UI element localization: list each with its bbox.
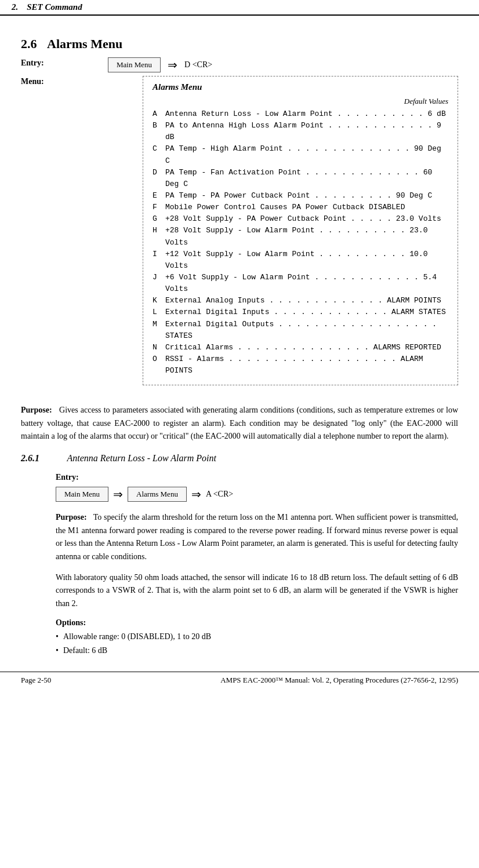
item-text: +28 Volt Supply - Low Alarm Point . . . … bbox=[165, 225, 448, 248]
item-letter: F bbox=[153, 202, 165, 213]
item-letter: N bbox=[153, 342, 165, 353]
item-letter: O bbox=[153, 353, 165, 377]
list-item: Allowable range: 0 (DISABLED), 1 to 20 d… bbox=[56, 630, 458, 644]
list-item: N Critical Alarms . . . . . . . . . . . … bbox=[153, 342, 448, 353]
item-letter: E bbox=[153, 190, 165, 202]
menu-items-list: A Antenna Return Loss - Low Alarm Point … bbox=[153, 108, 448, 377]
list-item: B PA to Antenna High Loss Alarm Point . … bbox=[153, 120, 448, 143]
subsection-entry-command: A <CR> bbox=[206, 490, 233, 499]
item-letter: M bbox=[153, 319, 165, 342]
item-text: Critical Alarms . . . . . . . . . . . . … bbox=[165, 342, 448, 353]
item-letter: K bbox=[153, 295, 165, 307]
manual-title: AMPS EAC-2000™ Manual: Vol. 2, Operating… bbox=[220, 676, 458, 685]
list-item: I +12 Volt Supply - Low Alarm Point . . … bbox=[153, 249, 448, 272]
item-letter: D bbox=[153, 167, 165, 190]
purpose-label: Purpose: bbox=[21, 406, 52, 414]
item-letter: I bbox=[153, 249, 165, 272]
subsection-heading: 2.6.1 Antenna Return Loss - Low Alarm Po… bbox=[21, 453, 458, 464]
page-number: Page 2-50 bbox=[21, 676, 51, 685]
options-list: Allowable range: 0 (DISABLED), 1 to 20 d… bbox=[56, 630, 458, 658]
menu-box-title: Alarms Menu bbox=[153, 82, 448, 92]
subsection-title: Antenna Return Loss - Low Alarm Point bbox=[67, 453, 217, 463]
item-text: PA Temp - High Alarm Point . . . . . . .… bbox=[165, 143, 448, 166]
purpose-block: Purpose: Gives access to parameters asso… bbox=[21, 404, 458, 443]
entry-section: Entry: Main Menu ⇒ D <CR> bbox=[21, 57, 458, 72]
main-menu-button[interactable]: Main Menu bbox=[108, 57, 161, 72]
item-text: RSSI - Alarms . . . . . . . . . . . . . … bbox=[165, 353, 448, 377]
item-letter: H bbox=[153, 225, 165, 248]
arrow-icon-1: ⇒ bbox=[168, 58, 177, 72]
list-item: M External Digital Outputs . . . . . . .… bbox=[153, 319, 448, 342]
subsection-purpose-label-1: Purpose: bbox=[56, 513, 87, 521]
list-item: G +28 Volt Supply - PA Power Cutback Poi… bbox=[153, 213, 448, 225]
subsection-alarms-menu-button[interactable]: Alarms Menu bbox=[128, 487, 187, 502]
default-values-label: Default Values bbox=[153, 97, 448, 106]
options-section: Options: Allowable range: 0 (DISABLED), … bbox=[56, 618, 458, 658]
item-text: Mobile Power Control Causes PA Power Cut… bbox=[165, 202, 448, 213]
subsection-arrow-2: ⇒ bbox=[191, 487, 201, 501]
item-letter: A bbox=[153, 108, 165, 120]
item-text: +12 Volt Supply - Low Alarm Point . . . … bbox=[165, 249, 448, 272]
subsection-entry-row: Main Menu ⇒ Alarms Menu ⇒ A <CR> bbox=[56, 487, 458, 502]
page-content: 2.6 Alarms Menu Entry: Main Menu ⇒ D <CR… bbox=[0, 16, 479, 658]
list-item: K External Analog Inputs . . . . . . . .… bbox=[153, 295, 448, 307]
item-letter: G bbox=[153, 213, 165, 225]
item-text: Antenna Return Loss - Low Alarm Point . … bbox=[165, 108, 448, 120]
list-item: O RSSI - Alarms . . . . . . . . . . . . … bbox=[153, 353, 448, 377]
item-text: External Digital Outputs . . . . . . . .… bbox=[165, 319, 448, 342]
list-item: H +28 Volt Supply - Low Alarm Point . . … bbox=[153, 225, 448, 248]
item-text: PA to Antenna High Loss Alarm Point . . … bbox=[165, 120, 448, 143]
section-title: Alarms Menu bbox=[47, 37, 122, 51]
section-heading-row: 2.6 Alarms Menu bbox=[21, 37, 458, 52]
list-item: J +6 Volt Supply - Low Alarm Point . . .… bbox=[153, 272, 448, 295]
entry-label: Entry: bbox=[21, 57, 73, 68]
options-label: Options: bbox=[56, 618, 458, 628]
option-text: Allowable range: 0 (DISABLED), 1 to 20 d… bbox=[63, 630, 211, 644]
list-item: D PA Temp - Fan Activation Point . . . .… bbox=[153, 167, 448, 190]
list-item: L External Digital Inputs . . . . . . . … bbox=[153, 307, 448, 318]
option-text: Default: 6 dB bbox=[63, 644, 107, 658]
subsection-purpose-1: Purpose: To specify the alarm threshold … bbox=[56, 511, 458, 563]
list-item: C PA Temp - High Alarm Point . . . . . .… bbox=[153, 143, 448, 166]
purpose-text: Gives access to parameters associated wi… bbox=[21, 406, 458, 440]
item-text: PA Temp - PA Power Cutback Point . . . .… bbox=[165, 190, 448, 202]
list-item: Default: 6 dB bbox=[56, 644, 458, 658]
item-text: +28 Volt Supply - PA Power Cutback Point… bbox=[165, 213, 448, 225]
subsection-entry-label: Entry: bbox=[56, 473, 458, 482]
list-item: A Antenna Return Loss - Low Alarm Point … bbox=[153, 108, 448, 120]
menu-box: Alarms Menu Default Values A Antenna Ret… bbox=[143, 76, 458, 385]
subsection-purpose-text-1: To specify the alarm threshold for the r… bbox=[56, 513, 458, 560]
item-text: PA Temp - Fan Activation Point . . . . .… bbox=[165, 167, 448, 190]
item-text: External Digital Inputs . . . . . . . . … bbox=[165, 307, 448, 318]
page-footer: Page 2-50 AMPS EAC-2000™ Manual: Vol. 2,… bbox=[0, 672, 479, 688]
subsection-entry: Entry: Main Menu ⇒ Alarms Menu ⇒ A <CR> bbox=[56, 473, 458, 502]
section-number: 2.6 bbox=[21, 37, 37, 51]
item-letter: B bbox=[153, 120, 165, 143]
menu-label: Menu: bbox=[21, 76, 73, 86]
subsection-number: 2.6.1 bbox=[21, 453, 56, 464]
item-letter: L bbox=[153, 307, 165, 318]
list-item: E PA Temp - PA Power Cutback Point . . .… bbox=[153, 190, 448, 202]
item-text: External Analog Inputs . . . . . . . . .… bbox=[165, 295, 448, 307]
list-item: F Mobile Power Control Causes PA Power C… bbox=[153, 202, 448, 213]
top-bar: 2. SET Command bbox=[0, 0, 479, 16]
item-letter: J bbox=[153, 272, 165, 295]
subsection-purpose-2: With laboratory quality 50 ohm loads att… bbox=[56, 571, 458, 610]
subsection-purpose-text-2: With laboratory quality 50 ohm loads att… bbox=[56, 573, 458, 608]
item-text: +6 Volt Supply - Low Alarm Point . . . .… bbox=[165, 272, 448, 295]
item-letter: C bbox=[153, 143, 165, 166]
subsection-main-menu-button[interactable]: Main Menu bbox=[56, 487, 108, 502]
entry-row: Main Menu ⇒ D <CR> bbox=[108, 57, 212, 72]
chapter-number: 2. bbox=[12, 2, 18, 12]
chapter-title: SET Command bbox=[27, 2, 82, 12]
menu-section: Menu: Alarms Menu Default Values A Anten… bbox=[21, 76, 458, 396]
subsection-arrow-1: ⇒ bbox=[113, 487, 123, 501]
subsection-content: Entry: Main Menu ⇒ Alarms Menu ⇒ A <CR> … bbox=[56, 473, 458, 657]
entry-command: D <CR> bbox=[184, 60, 212, 70]
